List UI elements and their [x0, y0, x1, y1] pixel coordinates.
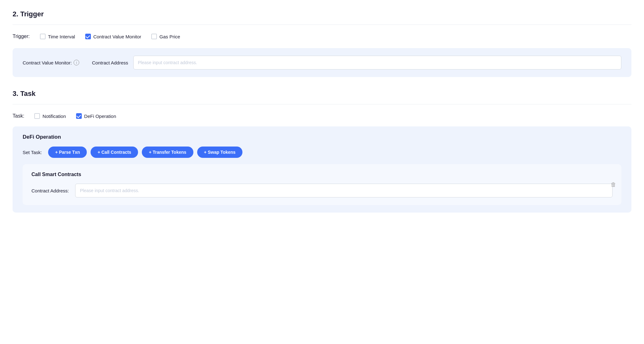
- gas-price-label[interactable]: Gas Price: [159, 34, 180, 39]
- task-section: 3. Task Task: Notification DeFi Operatio…: [13, 90, 631, 213]
- smart-contract-title: Call Smart Contracts: [31, 172, 613, 177]
- smart-contract-section: Call Smart Contracts Contract Address: 🗑: [23, 164, 621, 205]
- smart-contract-row: Contract Address:: [31, 184, 613, 197]
- trigger-section-title: 2. Trigger: [13, 10, 631, 18]
- task-section-title: 3. Task: [13, 90, 631, 98]
- contract-value-monitor-group[interactable]: Contract Value Monitor: [85, 34, 141, 39]
- set-task-row: Set Task: + Parse Txn + Call Contracts +…: [23, 147, 621, 158]
- contract-monitor-row: Contract Value Monitor: i Contract Addre…: [23, 56, 621, 69]
- swap-tokens-button[interactable]: + Swap Tokens: [197, 147, 243, 158]
- smart-address-input[interactable]: [75, 184, 613, 197]
- notification-checkbox[interactable]: [34, 113, 40, 119]
- trigger-divider: [13, 25, 631, 25]
- contract-value-monitor-checkbox[interactable]: [85, 34, 91, 39]
- task-row: Task: Notification DeFi Operation: [13, 113, 631, 119]
- contract-monitor-section: Contract Value Monitor: i Contract Addre…: [13, 48, 631, 77]
- defi-operation-checkbox[interactable]: [76, 113, 82, 119]
- smart-contract-label: Contract Address:: [31, 188, 69, 193]
- parse-txn-button[interactable]: + Parse Txn: [48, 147, 87, 158]
- set-task-label: Set Task:: [23, 150, 42, 155]
- notification-label[interactable]: Notification: [42, 114, 66, 119]
- time-interval-checkbox[interactable]: [40, 34, 46, 39]
- trigger-section: 2. Trigger Trigger: Time Interval Contra…: [13, 10, 631, 77]
- transfer-tokens-button[interactable]: + Transfer Tokens: [142, 147, 193, 158]
- defi-operation-group[interactable]: DeFi Operation: [76, 113, 116, 119]
- task-label: Task:: [13, 113, 24, 119]
- main-container: 2. Trigger Trigger: Time Interval Contra…: [0, 0, 644, 344]
- contract-address-label: Contract Address: [92, 60, 128, 65]
- contract-address-group: Contract Address: [92, 56, 621, 69]
- gas-price-group[interactable]: Gas Price: [151, 34, 180, 39]
- gas-price-checkbox[interactable]: [151, 34, 157, 39]
- call-contracts-button[interactable]: + Call Contracts: [91, 147, 138, 158]
- delete-icon[interactable]: 🗑: [611, 181, 616, 188]
- defi-section: DeFi Operation Set Task: + Parse Txn + C…: [13, 126, 631, 213]
- defi-operation-label[interactable]: DeFi Operation: [84, 114, 116, 119]
- contract-value-monitor-label[interactable]: Contract Value Monitor: [93, 34, 141, 39]
- trigger-row: Trigger: Time Interval Contract Value Mo…: [13, 34, 631, 39]
- task-divider: [13, 104, 631, 104]
- info-icon[interactable]: i: [74, 60, 79, 65]
- trigger-label: Trigger:: [13, 34, 30, 39]
- contract-monitor-label: Contract Value Monitor: i: [23, 60, 79, 65]
- defi-title: DeFi Operation: [23, 134, 621, 140]
- time-interval-label[interactable]: Time Interval: [48, 34, 75, 39]
- time-interval-group[interactable]: Time Interval: [40, 34, 75, 39]
- notification-group[interactable]: Notification: [34, 113, 66, 119]
- contract-address-input[interactable]: [133, 56, 621, 69]
